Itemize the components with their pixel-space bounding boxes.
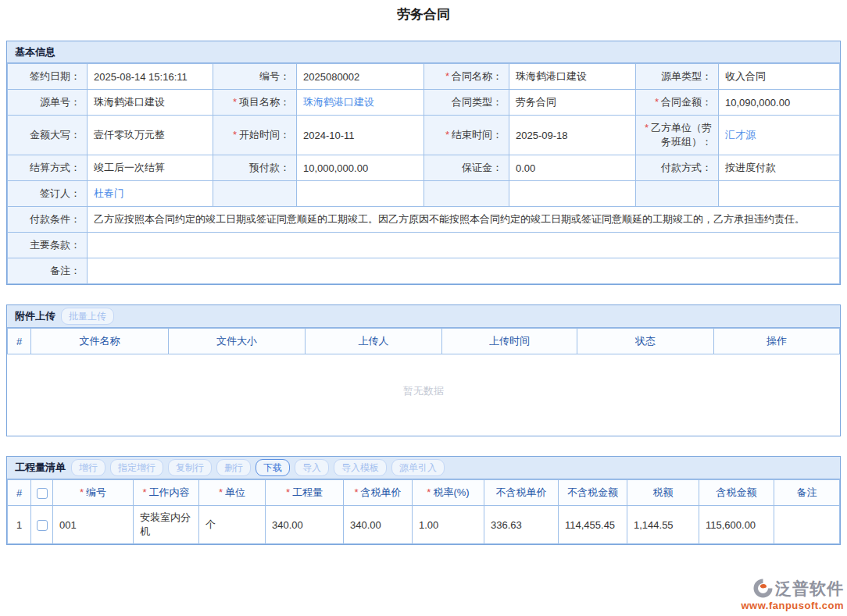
column-header: *含税单价 — [344, 480, 413, 506]
attachments-header: 附件上传 批量上传 — [7, 305, 840, 328]
copy-row-button[interactable]: 复制行 — [168, 459, 212, 476]
column-header: 状态 — [577, 329, 714, 354]
vendor-logo-icon — [752, 578, 774, 599]
column-header: # — [8, 329, 31, 354]
field-label — [213, 181, 297, 207]
field-value: 竣工后一次结算 — [88, 155, 213, 181]
row-checkbox[interactable] — [37, 520, 48, 531]
field-label: *合同名称： — [424, 64, 509, 90]
field-label: 签约日期： — [8, 64, 88, 90]
field-label: 预付款： — [213, 155, 297, 181]
field-label: *开始时间： — [213, 116, 297, 155]
column-header: 文件大小 — [169, 329, 306, 354]
signer-link[interactable]: 杜春门 — [94, 187, 124, 199]
field-value: 10,090,000.00 — [719, 90, 840, 116]
column-header: # — [8, 480, 31, 506]
field-value: 2025-09-18 — [509, 116, 636, 155]
required-mark: * — [427, 486, 431, 498]
boq-title: 工程量清单 — [15, 461, 66, 475]
required-mark: * — [645, 122, 649, 134]
field-value: 杜春门 — [88, 181, 213, 207]
required-mark: * — [354, 486, 358, 498]
field-label: 保证金： — [424, 155, 509, 181]
required-mark: * — [80, 486, 84, 498]
field-value — [719, 181, 840, 207]
basic-info-row: 备注： — [8, 258, 840, 284]
column-header: 上传时间 — [442, 329, 577, 354]
field-value: 壹仟零玖万元整 — [88, 116, 213, 155]
column-header: 不含税金额 — [559, 480, 627, 506]
field-value: 2024-10-11 — [297, 116, 424, 155]
boq-cell: 340.00 — [344, 506, 413, 544]
field-value — [88, 233, 840, 258]
field-label: 备注： — [8, 258, 88, 284]
basic-info-row: 签约日期：2025-08-14 15:16:11编号：2025080002*合同… — [8, 64, 840, 90]
vendor-watermark: 泛普软件 www.fanpusoft.com — [741, 578, 844, 611]
row-index: 1 — [8, 506, 31, 544]
required-mark: * — [445, 70, 449, 82]
field-value: 收入合同 — [719, 64, 840, 90]
field-label: 源单类型： — [636, 64, 719, 90]
field-value: 珠海鹤港口建设 — [297, 90, 424, 116]
column-header: *税率(%) — [413, 480, 484, 506]
field-label: 金额大写： — [8, 116, 88, 155]
field-value: 乙方应按照本合同约定的竣工日期或签证同意顺延的工期竣工。因乙方原因不能按照本合同… — [88, 207, 840, 233]
column-header: 含税金额 — [699, 480, 774, 506]
field-label: *乙方单位（劳务班组）： — [636, 116, 719, 155]
field-value: 2025-08-14 15:16:11 — [88, 64, 213, 90]
attachments-title: 附件上传 — [15, 309, 55, 323]
field-value: 2025080002 — [297, 64, 424, 90]
boq-toolbar: 增行指定增行复制行删行下载导入导入模板源单引入 — [71, 459, 445, 476]
field-value: 按进度付款 — [719, 155, 840, 181]
insert-row-button[interactable]: 指定增行 — [110, 459, 163, 476]
boq-header: 工程量清单 增行指定增行复制行删行下载导入导入模板源单引入 — [7, 457, 840, 479]
boq-cell: 1.00 — [413, 506, 484, 544]
basic-info-title: 基本信息 — [15, 45, 55, 59]
field-label: 付款方式： — [636, 155, 719, 181]
boq-cell: 001 — [53, 506, 134, 544]
column-header: 文件名称 — [31, 329, 169, 354]
import-button[interactable]: 导入 — [295, 459, 329, 476]
attachments-section: 附件上传 批量上传 #文件名称文件大小上传人上传时间状态操作 暂无数据 — [6, 304, 841, 436]
column-header: *编号 — [53, 480, 134, 506]
required-mark: * — [142, 486, 146, 498]
field-value — [509, 181, 636, 207]
delete-row-button[interactable]: 删行 — [216, 459, 251, 476]
attachments-table: #文件名称文件大小上传人上传时间状态操作 — [7, 328, 840, 354]
basic-info-header: 基本信息 — [7, 41, 840, 63]
required-mark: * — [655, 96, 659, 108]
field-label — [636, 181, 719, 207]
field-label: 付款条件： — [8, 207, 88, 233]
download-button[interactable]: 下载 — [256, 459, 290, 476]
basic-info-row: 结算方式：竣工后一次结算预付款：10,000,000.00保证金：0.00付款方… — [8, 155, 840, 181]
add-row-button[interactable]: 增行 — [71, 459, 105, 476]
project-name-link[interactable]: 珠海鹤港口建设 — [303, 96, 374, 108]
party-b-link[interactable]: 汇才源 — [725, 129, 756, 141]
boq-cell — [774, 506, 840, 544]
field-label: 结算方式： — [8, 155, 88, 181]
boq-header-row: #*编号*工作内容*单位*工程量*含税单价*税率(%)不含税单价不含税金额税额含… — [8, 480, 840, 506]
boq-cell: 336.63 — [484, 506, 559, 544]
field-label: *项目名称： — [213, 90, 297, 116]
column-header: 税额 — [627, 480, 699, 506]
field-label: 编号： — [213, 64, 297, 90]
required-mark: * — [233, 96, 237, 108]
import-template-button[interactable]: 导入模板 — [334, 459, 387, 476]
field-value — [88, 258, 840, 284]
boq-cell: 1,144.55 — [627, 506, 699, 544]
required-mark: * — [233, 129, 237, 141]
basic-info-row: 签订人：杜春门 — [8, 181, 840, 207]
source-import-button[interactable]: 源单引入 — [391, 459, 445, 476]
basic-info-row: 付款条件：乙方应按照本合同约定的竣工日期或签证同意顺延的工期竣工。因乙方原因不能… — [8, 207, 840, 233]
field-value: 珠海鹤港口建设 — [509, 64, 636, 90]
batch-upload-button[interactable]: 批量上传 — [61, 308, 114, 325]
basic-info-table: 签约日期：2025-08-14 15:16:11编号：2025080002*合同… — [7, 63, 840, 284]
select-all-checkbox[interactable] — [37, 488, 48, 499]
basic-info-row: 金额大写：壹仟零玖万元整*开始时间：2024-10-11*结束时间：2025-0… — [8, 116, 840, 155]
field-label — [424, 181, 509, 207]
field-value: 劳务合同 — [509, 90, 636, 116]
field-value: 珠海鹤港口建设 — [88, 90, 213, 116]
column-header: *工程量 — [266, 480, 344, 506]
boq-cell: 340.00 — [266, 506, 344, 544]
column-header: 备注 — [774, 480, 840, 506]
